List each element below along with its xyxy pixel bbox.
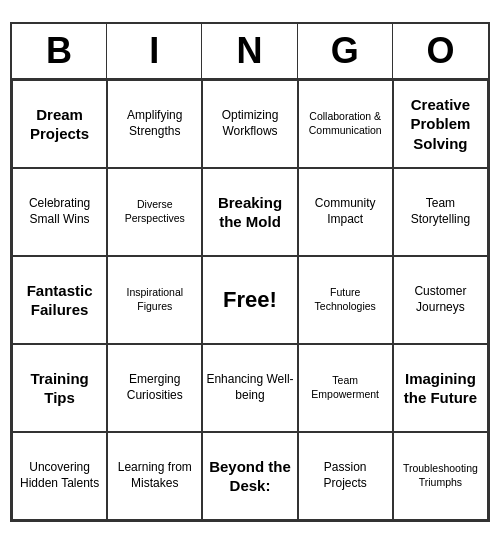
bingo-cell-7: Breaking the Mold: [202, 168, 297, 256]
bingo-cell-1: Amplifying Strengths: [107, 80, 202, 168]
bingo-cell-5: Celebrating Small Wins: [12, 168, 107, 256]
bingo-card: BINGO Dream ProjectsAmplifying Strengths…: [10, 22, 490, 522]
bingo-cell-23: Passion Projects: [298, 432, 393, 520]
bingo-cell-20: Uncovering Hidden Talents: [12, 432, 107, 520]
bingo-cell-3: Collaboration & Communication: [298, 80, 393, 168]
bingo-cell-10: Fantastic Failures: [12, 256, 107, 344]
bingo-letter-i: I: [107, 24, 202, 78]
bingo-cell-8: Community Impact: [298, 168, 393, 256]
bingo-cell-22: Beyond the Desk:: [202, 432, 297, 520]
bingo-cell-24: Troubleshooting Triumphs: [393, 432, 488, 520]
bingo-cell-6: Diverse Perspectives: [107, 168, 202, 256]
bingo-cell-19: Imagining the Future: [393, 344, 488, 432]
bingo-cell-2: Optimizing Workflows: [202, 80, 297, 168]
bingo-letter-n: N: [202, 24, 297, 78]
bingo-cell-13: Future Technologies: [298, 256, 393, 344]
bingo-cell-21: Learning from Mistakes: [107, 432, 202, 520]
bingo-cell-12: Free!: [202, 256, 297, 344]
bingo-cell-14: Customer Journeys: [393, 256, 488, 344]
bingo-cell-11: Inspirational Figures: [107, 256, 202, 344]
bingo-cell-17: Enhancing Well-being: [202, 344, 297, 432]
bingo-cell-0: Dream Projects: [12, 80, 107, 168]
bingo-grid: Dream ProjectsAmplifying StrengthsOptimi…: [12, 80, 488, 520]
bingo-cell-9: Team Storytelling: [393, 168, 488, 256]
bingo-letter-b: B: [12, 24, 107, 78]
bingo-cell-4: Creative Problem Solving: [393, 80, 488, 168]
bingo-cell-18: Team Empowerment: [298, 344, 393, 432]
bingo-cell-16: Emerging Curiosities: [107, 344, 202, 432]
bingo-letter-o: O: [393, 24, 488, 78]
bingo-cell-15: Training Tips: [12, 344, 107, 432]
bingo-header: BINGO: [12, 24, 488, 80]
bingo-letter-g: G: [298, 24, 393, 78]
